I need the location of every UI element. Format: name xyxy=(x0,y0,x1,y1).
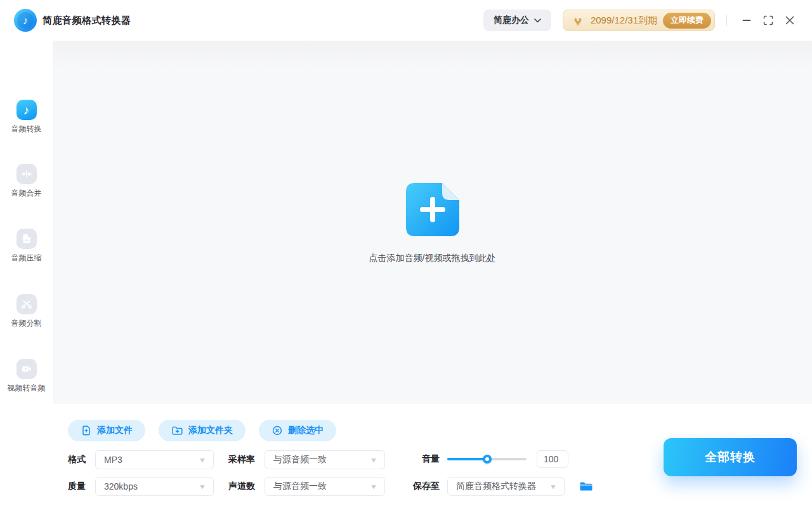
maximize-icon xyxy=(763,15,773,25)
channels-setting: 声道数 与源音频一致 ▼ xyxy=(228,477,385,496)
add-file-label: 添加文件 xyxy=(97,425,133,436)
volume-slider-thumb[interactable] xyxy=(483,455,492,464)
file-drop-zone[interactable]: 点击添加音频/视频或拖拽到此处 xyxy=(53,41,812,404)
maximize-button[interactable] xyxy=(757,10,779,31)
convert-all-button[interactable]: 全部转换 xyxy=(664,438,797,476)
dropdown-caret-icon: ▼ xyxy=(549,483,557,490)
volume-label: 音量 xyxy=(411,453,440,465)
video-camera-icon xyxy=(16,359,37,379)
sidebar-item-video-to-audio[interactable]: 视频转音频 xyxy=(0,359,53,394)
add-folder-label: 添加文件夹 xyxy=(188,425,233,436)
quality-label: 质量 xyxy=(68,481,86,492)
channels-select[interactable]: 与源音频一致 ▼ xyxy=(265,477,385,496)
sample-rate-setting: 采样率 与源音频一致 ▼ xyxy=(228,450,385,469)
music-note-icon: ♪ xyxy=(16,100,37,120)
office-menu-label: 简鹿办公 xyxy=(494,15,529,26)
delete-selected-label: 删除选中 xyxy=(288,425,324,436)
sidebar-item-audio-compress[interactable]: 音频压缩 xyxy=(0,229,53,264)
merge-arrows-icon xyxy=(16,164,37,184)
renew-now-button[interactable]: 立即续费 xyxy=(663,13,711,29)
dropdown-caret-icon: ▼ xyxy=(199,483,206,490)
save-to-setting: 保存至 简鹿音频格式转换器 ▼ xyxy=(411,477,593,496)
volume-setting: 音量 xyxy=(411,450,568,468)
save-to-select[interactable]: 简鹿音频格式转换器 ▼ xyxy=(447,477,565,496)
quality-select[interactable]: 320kbps ▼ xyxy=(95,477,214,496)
dropdown-caret-icon: ▼ xyxy=(370,483,377,490)
quality-setting: 质量 320kbps ▼ xyxy=(68,477,214,496)
drop-zone-hint: 点击添加音频/视频或拖拽到此处 xyxy=(369,253,496,264)
compress-file-icon xyxy=(16,229,37,249)
brand: ♪ 简鹿音频格式转换器 xyxy=(14,9,131,32)
sample-rate-select[interactable]: 与源音频一致 ▼ xyxy=(265,450,385,469)
vip-expiry-text: 2099/12/31到期 xyxy=(591,15,657,27)
titlebar-right: 简鹿办公 ♥ V 2099/12/31到期 立即续费 xyxy=(483,10,801,31)
add-file-icon xyxy=(406,183,459,236)
volume-slider-fill xyxy=(447,458,487,460)
add-folder-button[interactable]: 添加文件夹 xyxy=(159,420,246,441)
office-menu-button[interactable]: 简鹿办公 xyxy=(483,10,551,31)
sidebar-item-label: 音频合并 xyxy=(11,188,42,199)
sidebar-item-label: 音频压缩 xyxy=(11,253,42,264)
format-select[interactable]: MP3 ▼ xyxy=(95,450,214,469)
close-button[interactable] xyxy=(779,10,801,31)
app-logo-music-note-icon: ♪ xyxy=(14,9,37,32)
app-window: ♪ 简鹿音频格式转换器 简鹿办公 ♥ V 2099/12/31到期 立即续费 xyxy=(0,0,812,508)
titlebar: ♪ 简鹿音频格式转换器 简鹿办公 ♥ V 2099/12/31到期 立即续费 xyxy=(0,0,812,41)
format-label: 格式 xyxy=(68,454,86,465)
scissors-icon xyxy=(16,294,37,314)
volume-value-input[interactable] xyxy=(537,450,568,468)
folder-plus-icon xyxy=(171,425,183,436)
format-setting: 格式 MP3 ▼ xyxy=(68,450,214,469)
save-to-label: 保存至 xyxy=(411,481,440,492)
sidebar-item-audio-split[interactable]: 音频分割 xyxy=(0,294,53,329)
channels-label: 声道数 xyxy=(228,481,255,492)
delete-selected-button[interactable]: 删除选中 xyxy=(259,420,336,441)
sidebar-item-audio-convert[interactable]: ♪ 音频转换 xyxy=(0,100,53,135)
main-panel: 点击添加音频/视频或拖拽到此处 xyxy=(53,41,812,404)
volume-slider[interactable] xyxy=(447,454,527,464)
sidebar: ♪ 音频转换 音频合并 xyxy=(0,41,53,508)
sidebar-item-label: 音频分割 xyxy=(11,318,42,329)
dropdown-caret-icon: ▼ xyxy=(370,457,377,464)
browse-output-folder-button[interactable] xyxy=(579,481,593,492)
vip-heart-badge-icon: ♥ V xyxy=(571,13,585,27)
sidebar-item-label: 音频转换 xyxy=(11,124,42,135)
add-file-button[interactable]: 添加文件 xyxy=(68,420,145,441)
footer-panel: 添加文件 添加文件夹 删除选中 xyxy=(53,404,812,508)
sidebar-item-label: 视频转音频 xyxy=(8,383,46,394)
chevron-down-icon xyxy=(534,18,541,23)
circle-x-icon xyxy=(272,425,283,436)
titlebar-divider xyxy=(726,15,727,26)
dropdown-caret-icon: ▼ xyxy=(199,457,206,464)
app-title: 简鹿音频格式转换器 xyxy=(43,15,131,27)
sample-rate-label: 采样率 xyxy=(228,454,255,465)
vip-status-pill: ♥ V 2099/12/31到期 立即续费 xyxy=(563,10,715,31)
sidebar-item-audio-merge[interactable]: 音频合并 xyxy=(0,164,53,199)
minimize-button[interactable] xyxy=(736,10,757,31)
close-icon xyxy=(785,16,794,25)
folder-open-icon xyxy=(579,481,593,492)
file-toolbar: 添加文件 添加文件夹 删除选中 xyxy=(68,420,336,441)
minimize-icon xyxy=(742,15,752,25)
file-plus-icon xyxy=(81,425,92,436)
